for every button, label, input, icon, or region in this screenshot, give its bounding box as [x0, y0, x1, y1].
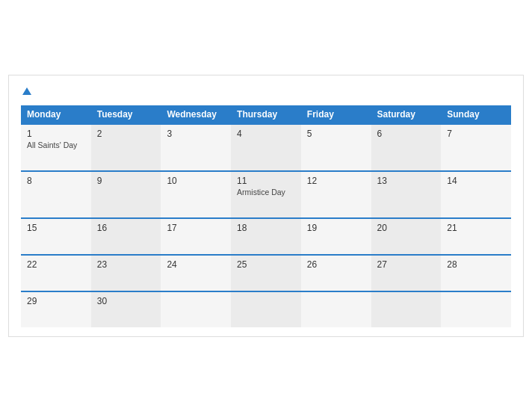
- day-header-tuesday: Tuesday: [91, 105, 161, 124]
- logo: [21, 87, 31, 95]
- day-number: 28: [447, 259, 505, 270]
- day-number: 14: [447, 176, 505, 186]
- day-cell: 27: [371, 255, 442, 291]
- week-row-5: 2930: [21, 291, 511, 327]
- day-header-saturday: Saturday: [371, 105, 442, 124]
- day-number: 20: [377, 223, 436, 233]
- day-cell: 7: [441, 124, 511, 171]
- day-cell: 11Armistice Day: [231, 171, 301, 218]
- day-cell: 20: [371, 218, 442, 255]
- day-number: 12: [307, 176, 365, 186]
- day-number: 5: [307, 129, 365, 139]
- day-cell: 15: [21, 218, 91, 255]
- logo-triangle-icon: [22, 87, 31, 95]
- day-number: 21: [447, 223, 505, 233]
- day-number: 30: [97, 296, 155, 306]
- day-number: 2: [97, 129, 155, 139]
- day-cell: 5: [301, 124, 371, 171]
- day-cell: [441, 291, 511, 327]
- day-number: 16: [97, 223, 155, 233]
- week-row-2: 891011Armistice Day121314: [21, 171, 511, 218]
- day-number: 15: [27, 223, 85, 233]
- day-cell: 25: [231, 255, 301, 291]
- day-number: 1: [27, 129, 85, 139]
- day-number: 23: [97, 259, 155, 270]
- day-number: 3: [167, 129, 225, 139]
- day-cell: 12: [301, 171, 371, 218]
- day-cell: 9: [91, 171, 161, 218]
- calendar-grid: MondayTuesdayWednesdayThursdayFridaySatu…: [21, 105, 511, 327]
- day-cell: [231, 291, 301, 327]
- day-number: 29: [27, 296, 85, 306]
- day-cell: 28: [441, 255, 511, 291]
- day-cell: 21: [441, 218, 511, 255]
- day-cell: 6: [371, 124, 442, 171]
- day-number: 19: [307, 223, 365, 233]
- day-cell: [301, 291, 371, 327]
- day-cell: 16: [91, 218, 161, 255]
- day-cell: 13: [371, 171, 442, 218]
- day-number: 25: [237, 259, 295, 270]
- day-header-thursday: Thursday: [231, 105, 301, 124]
- holiday-label: All Saints' Day: [27, 140, 85, 149]
- day-cell: 19: [301, 218, 371, 255]
- week-row-3: 15161718192021: [21, 218, 511, 255]
- day-number: 24: [167, 259, 225, 270]
- day-number: 10: [167, 176, 225, 186]
- day-header-wednesday: Wednesday: [161, 105, 231, 124]
- week-row-4: 22232425262728: [21, 255, 511, 291]
- day-number: 7: [447, 129, 505, 139]
- day-cell: 2: [91, 124, 161, 171]
- day-cell: 29: [21, 291, 91, 327]
- day-cell: 30: [91, 291, 161, 327]
- day-cell: 24: [161, 255, 231, 291]
- day-cell: 18: [231, 218, 301, 255]
- day-number: 26: [307, 259, 365, 270]
- day-number: 9: [97, 176, 155, 186]
- day-number: 4: [237, 129, 295, 139]
- holiday-label: Armistice Day: [237, 188, 295, 197]
- day-number: 18: [237, 223, 295, 233]
- days-header-row: MondayTuesdayWednesdayThursdayFridaySatu…: [21, 105, 511, 124]
- day-number: 17: [167, 223, 225, 233]
- day-number: 6: [377, 129, 436, 139]
- week-row-1: 1All Saints' Day234567: [21, 124, 511, 171]
- calendar-header: [21, 87, 511, 95]
- day-cell: [161, 291, 231, 327]
- day-cell: 14: [441, 171, 511, 218]
- day-cell: 8: [21, 171, 91, 218]
- day-cell: 23: [91, 255, 161, 291]
- day-cell: 26: [301, 255, 371, 291]
- calendar-wrapper: MondayTuesdayWednesdayThursdayFridaySatu…: [8, 75, 524, 337]
- day-cell: 3: [161, 124, 231, 171]
- day-header-friday: Friday: [301, 105, 371, 124]
- day-cell: 22: [21, 255, 91, 291]
- day-number: 11: [237, 176, 295, 186]
- day-cell: 17: [161, 218, 231, 255]
- day-number: 27: [377, 259, 436, 270]
- day-header-sunday: Sunday: [441, 105, 511, 124]
- day-cell: 4: [231, 124, 301, 171]
- day-header-monday: Monday: [21, 105, 91, 124]
- day-number: 8: [27, 176, 85, 186]
- day-cell: 1All Saints' Day: [21, 124, 91, 171]
- day-cell: 10: [161, 171, 231, 218]
- day-number: 13: [377, 176, 436, 186]
- day-cell: [371, 291, 442, 327]
- day-number: 22: [27, 259, 85, 270]
